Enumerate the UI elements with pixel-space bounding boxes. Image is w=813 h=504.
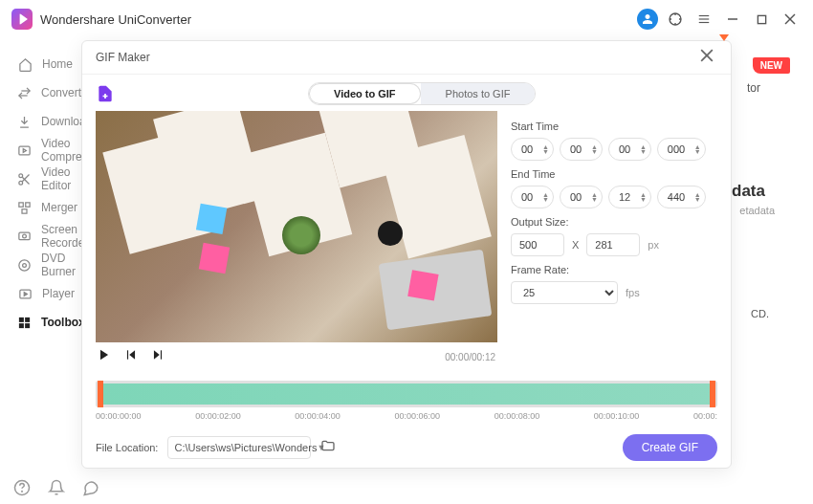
account-avatar-icon[interactable] xyxy=(637,9,658,30)
start-mm-spinner[interactable]: ▲▼ xyxy=(560,138,603,161)
svg-point-11 xyxy=(19,173,23,177)
sidebar: Home Converter Downloader Video Compress… xyxy=(0,38,77,504)
sidebar-item-home[interactable]: Home xyxy=(0,50,77,78)
spinner-arrows-icon[interactable]: ▲▼ xyxy=(640,144,647,154)
close-window-button[interactable] xyxy=(779,8,802,31)
spinner-arrows-icon[interactable]: ▲▼ xyxy=(694,144,701,154)
sidebar-item-downloader[interactable]: Downloader xyxy=(0,107,77,136)
app-title: Wondershare UniConverter xyxy=(40,12,191,27)
svg-rect-27 xyxy=(25,323,30,328)
sidebar-item-dvd[interactable]: DVD Burner xyxy=(0,251,77,279)
file-location-value: C:\Users\ws\Pictures\Wonders xyxy=(174,442,317,453)
spinner-arrows-icon[interactable]: ▲▼ xyxy=(542,144,549,154)
mode-tab-switch: Video to GIF Photos to GIF xyxy=(308,82,536,105)
maximize-button[interactable] xyxy=(750,8,773,31)
end-ss-spinner[interactable]: ▲▼ xyxy=(608,186,651,208)
app-logo-icon xyxy=(11,9,33,30)
sidebar-item-converter[interactable]: Converter xyxy=(0,78,77,107)
menu-icon[interactable] xyxy=(692,8,715,31)
end-ss-input[interactable] xyxy=(619,191,640,203)
close-icon[interactable] xyxy=(700,49,717,66)
create-gif-button[interactable]: Create GIF xyxy=(623,434,717,461)
merge-icon xyxy=(17,200,32,215)
trim-handle-end[interactable] xyxy=(710,381,715,407)
sidebar-item-recorder[interactable]: Screen Recorder xyxy=(0,222,77,251)
support-icon[interactable] xyxy=(664,8,687,31)
timeline-selection xyxy=(99,383,714,405)
output-width-input[interactable] xyxy=(511,233,564,256)
end-mm-spinner[interactable]: ▲▼ xyxy=(560,186,603,208)
end-ms-input[interactable] xyxy=(668,191,694,203)
svg-point-29 xyxy=(22,491,23,492)
spinner-arrows-icon[interactable]: ▲▼ xyxy=(640,192,647,202)
sidebar-item-player[interactable]: Player xyxy=(0,279,77,308)
record-icon xyxy=(17,229,32,244)
start-hh-spinner[interactable]: ▲▼ xyxy=(511,138,554,161)
start-ss-input[interactable] xyxy=(619,143,640,155)
frame-rate-select[interactable]: 25 xyxy=(511,281,618,304)
end-hh-input[interactable] xyxy=(521,191,542,203)
video-preview[interactable] xyxy=(96,111,497,342)
sidebar-item-editor[interactable]: Video Editor xyxy=(0,164,77,193)
sidebar-item-compressor[interactable]: Video Compressor xyxy=(0,136,77,164)
svg-marker-35 xyxy=(154,350,160,359)
tab-photos-to-gif[interactable]: Photos to GIF xyxy=(421,83,536,104)
svg-rect-26 xyxy=(19,323,24,328)
timeline-track[interactable] xyxy=(96,381,717,407)
timeline-ticks: 00:00:00:00 00:00:02:00 00:00:04:00 00:0… xyxy=(96,411,717,421)
add-file-icon[interactable] xyxy=(96,84,115,103)
sidebar-item-toolbox[interactable]: Toolbox xyxy=(0,308,77,337)
playback-controls: 00:00/00:12 xyxy=(96,342,497,371)
start-ms-input[interactable] xyxy=(668,143,694,155)
play-button[interactable] xyxy=(98,348,111,365)
end-time-label: End Time xyxy=(511,168,717,180)
svg-rect-36 xyxy=(161,350,162,359)
tick-label: 00:00:02:00 xyxy=(195,411,241,421)
prev-frame-button[interactable] xyxy=(124,348,138,365)
next-frame-button[interactable] xyxy=(151,348,165,365)
feedback-icon[interactable] xyxy=(82,479,99,496)
end-mm-input[interactable] xyxy=(570,191,591,203)
modal-title: GIF Maker xyxy=(96,51,150,64)
start-ss-spinner[interactable]: ▲▼ xyxy=(608,138,651,161)
svg-marker-10 xyxy=(23,148,26,152)
tab-video-to-gif[interactable]: Video to GIF xyxy=(309,83,421,104)
x-separator: X xyxy=(572,239,579,251)
svg-rect-24 xyxy=(19,317,24,321)
sidebar-item-label: Player xyxy=(42,287,75,300)
sidebar-item-merger[interactable]: Merger xyxy=(0,193,77,222)
home-icon xyxy=(17,56,33,72)
fps-unit: fps xyxy=(626,287,640,298)
disc-icon xyxy=(17,257,32,273)
minimize-button[interactable] xyxy=(721,8,744,31)
sidebar-item-label: Home xyxy=(42,57,73,71)
open-folder-icon[interactable] xyxy=(320,438,340,457)
spinner-arrows-icon[interactable]: ▲▼ xyxy=(591,144,598,154)
playhead-marker-icon[interactable] xyxy=(719,34,729,41)
spinner-arrows-icon[interactable]: ▲▼ xyxy=(542,192,549,202)
svg-point-12 xyxy=(19,181,23,185)
svg-point-19 xyxy=(23,234,27,238)
bell-icon[interactable] xyxy=(48,479,65,496)
end-ms-spinner[interactable]: ▲▼ xyxy=(657,186,706,208)
spinner-arrows-icon[interactable]: ▲▼ xyxy=(591,192,598,202)
px-unit: px xyxy=(648,239,659,251)
start-mm-input[interactable] xyxy=(570,143,591,155)
start-ms-spinner[interactable]: ▲▼ xyxy=(657,138,706,161)
output-height-input[interactable] xyxy=(586,233,640,256)
spinner-arrows-icon[interactable]: ▲▼ xyxy=(694,192,701,202)
svg-point-20 xyxy=(19,259,30,270)
svg-marker-23 xyxy=(24,292,27,296)
svg-rect-17 xyxy=(22,208,27,212)
new-badge: NEW xyxy=(753,57,790,74)
titlebar: Wondershare UniConverter xyxy=(0,0,813,38)
preview-column: 00:00/00:12 xyxy=(96,111,497,371)
file-location-label: File Location: xyxy=(96,442,158,453)
svg-rect-16 xyxy=(26,202,30,206)
end-hh-spinner[interactable]: ▲▼ xyxy=(511,186,554,208)
start-time-label: Start Time xyxy=(511,121,717,132)
start-hh-input[interactable] xyxy=(521,143,542,155)
help-icon[interactable] xyxy=(13,479,31,496)
trim-handle-start[interactable] xyxy=(98,381,103,407)
file-location-select[interactable]: C:\Users\ws\Pictures\Wonders ▼ xyxy=(167,436,311,459)
